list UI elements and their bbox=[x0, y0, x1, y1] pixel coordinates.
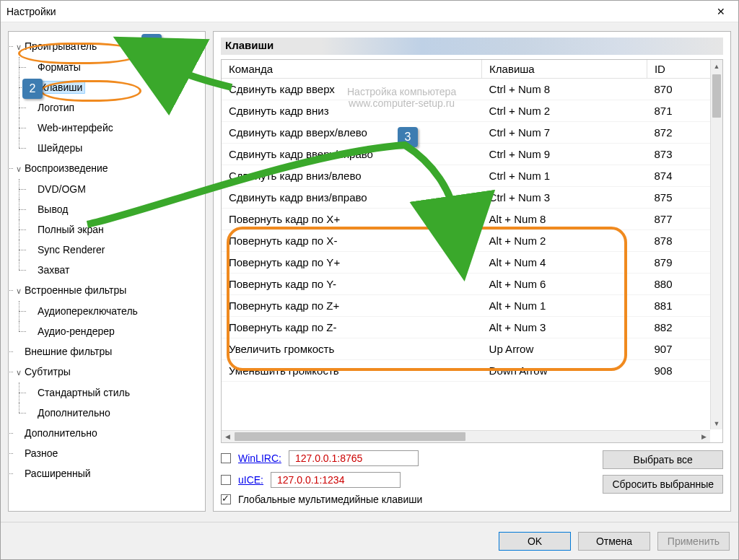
tree-item-output[interactable]: Вывод bbox=[27, 199, 202, 219]
dialog-buttons: OK Отмена Применить bbox=[1, 522, 738, 559]
tree-label: Субтитры bbox=[25, 366, 71, 377]
table-row[interactable]: Увеличить громкостьUp Arrow907 bbox=[222, 338, 722, 360]
table-cell: Alt + Num 6 bbox=[482, 274, 647, 295]
tree-label: DVD/OGM bbox=[38, 183, 86, 195]
tree-label: Клавиши bbox=[38, 81, 85, 94]
tree-item-playback[interactable]: ∨Воспроизведение DVD/OGM Вывод Полный эк… bbox=[14, 158, 202, 280]
table-row[interactable]: Повернуть кадр по X-Alt + Num 2878 bbox=[222, 230, 722, 252]
scroll-thumb[interactable] bbox=[712, 74, 721, 118]
table-cell: Сдвинуть кадр вниз/влево bbox=[222, 165, 482, 187]
tree-label: Аудиопереключатель bbox=[38, 305, 138, 317]
scroll-thumb[interactable] bbox=[235, 432, 465, 441]
cancel-button[interactable]: Отмена bbox=[578, 532, 650, 551]
table-row[interactable]: Повернуть кадр по Z-Alt + Num 3882 bbox=[222, 317, 722, 338]
tree-label: Внешние фильтры bbox=[25, 346, 112, 357]
reset-selected-button[interactable]: Сбросить выбранные bbox=[603, 475, 723, 494]
tree-item-fullscreen[interactable]: Полный экран bbox=[27, 219, 202, 240]
table-row[interactable]: Повернуть кадр по Y-Alt + Num 6880 bbox=[222, 274, 722, 295]
tree-item-advanced[interactable]: Дополнительно bbox=[14, 423, 202, 443]
table-cell: Повернуть кадр по X+ bbox=[222, 209, 482, 230]
tree-item-external-filters[interactable]: Внешние фильтры bbox=[14, 341, 202, 362]
table-cell: Сдвинуть кадр вверх/влево bbox=[222, 122, 482, 144]
tree-item-player[interactable]: ∨Проигрыватель Форматы Клавиши Логотип W… bbox=[14, 36, 202, 158]
table-cell: Alt + Num 8 bbox=[482, 209, 647, 230]
scroll-up-icon[interactable]: ▲ bbox=[711, 60, 722, 72]
apply-button[interactable]: Применить bbox=[657, 532, 730, 551]
tree-item-misc[interactable]: Разное bbox=[14, 443, 202, 463]
table-cell: Сдвинуть кадр вверх/вправо bbox=[222, 144, 482, 165]
chevron-down-icon[interactable]: ∨ bbox=[14, 281, 23, 301]
tree-item-web[interactable]: Web-интерфейс bbox=[27, 118, 202, 138]
tree-item-audioswitch[interactable]: Аудиопереключатель bbox=[27, 301, 202, 321]
table-row[interactable]: Повернуть кадр по X+Alt + Num 8877 bbox=[222, 209, 722, 230]
scroll-right-icon[interactable]: ▶ bbox=[698, 431, 710, 443]
table-cell: Повернуть кадр по X- bbox=[222, 230, 482, 252]
keys-table[interactable]: Команда Клавиша ID Сдвинуть кадр вверхCt… bbox=[222, 60, 722, 382]
tree-item-audiorender[interactable]: Аудио-рендерер bbox=[27, 321, 202, 341]
table-cell: Повернуть кадр по Z- bbox=[222, 317, 482, 338]
tree-item-internal-filters[interactable]: ∨Встроенные фильтры Аудиопереключатель А… bbox=[14, 280, 202, 341]
tree-item-subs-advanced[interactable]: Дополнительно bbox=[27, 403, 202, 423]
table-row[interactable]: Повернуть кадр по Z+Alt + Num 1881 bbox=[222, 295, 722, 317]
tree-item-subtitles[interactable]: ∨Субтитры Стандартный стиль Дополнительн… bbox=[14, 362, 202, 423]
table-cell: Ctrl + Num 9 bbox=[482, 144, 647, 165]
global-keys-checkbox[interactable] bbox=[221, 494, 231, 504]
tree-item-capture[interactable]: Захват bbox=[27, 260, 202, 280]
table-row[interactable]: Уменьшить громкостьDown Arrow908 bbox=[222, 360, 722, 382]
horizontal-scrollbar[interactable]: ◀ ▶ bbox=[222, 430, 710, 442]
table-row[interactable]: Сдвинуть кадр вниз/вправоCtrl + Num 3875 bbox=[222, 187, 722, 209]
close-button[interactable]: ✕ bbox=[707, 1, 735, 22]
chevron-down-icon[interactable]: ∨ bbox=[14, 37, 23, 57]
table-cell: Ctrl + Num 2 bbox=[482, 100, 647, 122]
table-cell: Увеличить громкость bbox=[222, 338, 482, 360]
tree-label: Форматы bbox=[38, 61, 81, 73]
select-all-button[interactable]: Выбрать все bbox=[603, 450, 723, 469]
tree-label: Захват bbox=[38, 264, 69, 276]
tree-item-logo[interactable]: Логотип bbox=[27, 97, 202, 118]
uice-checkbox[interactable] bbox=[221, 475, 231, 485]
tree-item-stdstyle[interactable]: Стандартный стиль bbox=[27, 382, 202, 403]
col-command[interactable]: Команда bbox=[222, 60, 482, 79]
winlirc-link[interactable]: WinLIRC: bbox=[238, 452, 281, 464]
tree-label: Полный экран bbox=[38, 224, 104, 235]
dialog-body: ∨Проигрыватель Форматы Клавиши Логотип W… bbox=[1, 22, 738, 522]
table-cell: Уменьшить громкость bbox=[222, 360, 482, 382]
uice-link[interactable]: uICE: bbox=[238, 474, 263, 486]
tree-item-formats[interactable]: Форматы bbox=[27, 57, 202, 77]
table-cell: Сдвинуть кадр вниз/вправо bbox=[222, 187, 482, 209]
table-row[interactable]: Сдвинуть кадр вниз/влевоCtrl + Num 1874 bbox=[222, 165, 722, 187]
chevron-down-icon[interactable]: ∨ bbox=[14, 159, 23, 179]
nav-tree[interactable]: ∨Проигрыватель Форматы Клавиши Логотип W… bbox=[12, 36, 202, 484]
tree-item-keys[interactable]: Клавиши bbox=[27, 77, 202, 97]
uice-address-input[interactable]: 127.0.0.1:1234 bbox=[271, 472, 401, 488]
tree-label: Стандартный стиль bbox=[38, 387, 130, 398]
tree-item-sync[interactable]: Sync Renderer bbox=[27, 240, 202, 260]
table-cell: Alt + Num 1 bbox=[482, 295, 647, 317]
tree-item-dvdogm[interactable]: DVD/OGM bbox=[27, 179, 202, 199]
table-row[interactable]: Сдвинуть кадр вверх/влевоCtrl + Num 7872 bbox=[222, 122, 722, 144]
table-row[interactable]: Сдвинуть кадр вверх/вправоCtrl + Num 987… bbox=[222, 144, 722, 165]
ok-button[interactable]: OK bbox=[499, 532, 571, 551]
chevron-down-icon[interactable]: ∨ bbox=[14, 362, 23, 382]
tree-label: Проигрыватель bbox=[25, 40, 97, 52]
vertical-scrollbar[interactable]: ▲ ▼ bbox=[710, 60, 722, 429]
table-row[interactable]: Сдвинуть кадр внизCtrl + Num 2871 bbox=[222, 100, 722, 122]
col-key[interactable]: Клавиша bbox=[482, 60, 647, 79]
keys-table-wrap: Команда Клавиша ID Сдвинуть кадр вверхCt… bbox=[221, 59, 723, 443]
winlirc-checkbox[interactable] bbox=[221, 453, 231, 463]
scroll-left-icon[interactable]: ◀ bbox=[222, 431, 234, 443]
tree-item-extended[interactable]: Расширенный bbox=[14, 463, 202, 484]
table-row[interactable]: Сдвинуть кадр вверхCtrl + Num 8870 bbox=[222, 79, 722, 100]
table-cell: Up Arrow bbox=[482, 338, 647, 360]
tree-label: Воспроизведение bbox=[25, 162, 108, 174]
table-cell: Ctrl + Num 1 bbox=[482, 165, 647, 187]
scroll-down-icon[interactable]: ▼ bbox=[711, 417, 722, 429]
tree-item-shaders[interactable]: Шейдеры bbox=[27, 138, 202, 158]
table-cell: Ctrl + Num 3 bbox=[482, 187, 647, 209]
table-row[interactable]: Повернуть кадр по Y+Alt + Num 4879 bbox=[222, 252, 722, 274]
tree-label: Расширенный bbox=[25, 468, 91, 479]
winlirc-address-input[interactable]: 127.0.0.1:8765 bbox=[289, 450, 419, 466]
content-panel: Клавиши Команда Клавиша ID Сдвинуть кадр… bbox=[213, 31, 731, 512]
table-cell: Alt + Num 4 bbox=[482, 252, 647, 274]
table-cell: Down Arrow bbox=[482, 360, 647, 382]
